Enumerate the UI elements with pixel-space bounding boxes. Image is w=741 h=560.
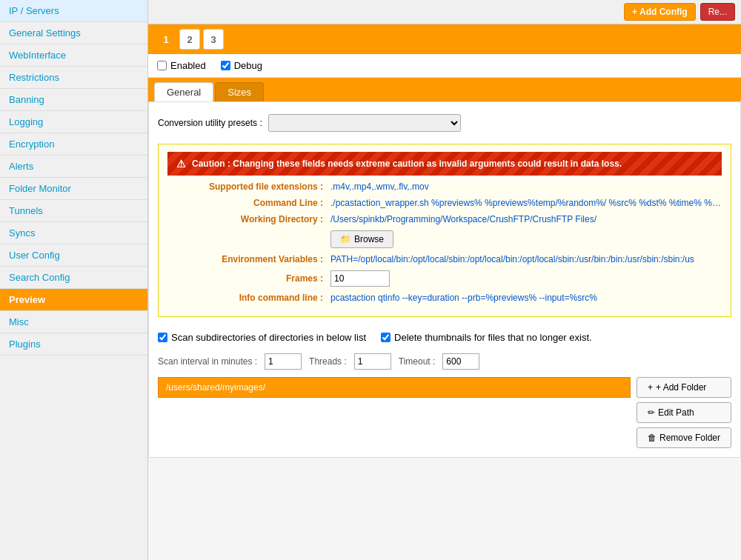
trash-icon: 🗑 bbox=[648, 433, 657, 443]
frames-row: Frames : bbox=[167, 270, 722, 287]
tab-sizes[interactable]: Sizes bbox=[215, 82, 264, 101]
info-cmd-value: pcastaction qtinfo --key=duration --prb=… bbox=[330, 293, 722, 303]
info-cmd-row: Info command line : pcastaction qtinfo -… bbox=[167, 293, 722, 303]
sidebar-item-syncs[interactable]: Syncs bbox=[0, 222, 147, 244]
preset-row: Conversion utility presets : bbox=[158, 111, 731, 135]
sidebar-item-encryption[interactable]: Encryption bbox=[0, 133, 147, 156]
folder-buttons: + + Add Folder ✏ Edit Path 🗑 Remove Fold… bbox=[637, 377, 731, 448]
sidebar-item-plugins[interactable]: Plugins bbox=[0, 333, 147, 356]
command-line-row: Command Line : ./pcastaction_wrapper.sh … bbox=[167, 198, 722, 208]
remove-button[interactable]: Re... bbox=[700, 3, 735, 21]
sidebar-item-misc[interactable]: Misc bbox=[0, 311, 147, 333]
sidebar-item-folder-monitor[interactable]: Folder Monitor bbox=[0, 178, 147, 200]
env-vars-value: PATH=/opt/local/bin:/opt/local/sbin:/opt… bbox=[330, 254, 722, 264]
tab-general[interactable]: General bbox=[154, 82, 213, 101]
sidebar-item-alerts[interactable]: Alerts bbox=[0, 156, 147, 178]
tab-1[interactable]: 1 bbox=[156, 29, 176, 50]
plus-icon: + bbox=[648, 382, 653, 393]
edit-path-button[interactable]: ✏ Edit Path bbox=[637, 402, 731, 423]
sidebar-item-tunnels[interactable]: Tunnels bbox=[0, 200, 147, 222]
delete-thumbs-checkbox[interactable] bbox=[381, 333, 391, 342]
frames-label: Frames : bbox=[167, 273, 330, 284]
top-bar: + Add Config Re... bbox=[148, 0, 741, 24]
frames-input[interactable] bbox=[330, 270, 390, 287]
warning-icon: ⚠ bbox=[176, 158, 186, 170]
content-tab-bar: General Sizes bbox=[148, 78, 741, 101]
scan-input-row: Scan interval in minutes : Threads : Tim… bbox=[158, 349, 731, 377]
delete-thumbs-label[interactable]: Delete thumbnails for files that no long… bbox=[381, 332, 592, 343]
extensions-value: .m4v,.mp4,.wmv,.flv,.mov bbox=[330, 181, 722, 192]
sidebar-item-banning[interactable]: Banning bbox=[0, 89, 147, 111]
preset-label: Conversion utility presets : bbox=[158, 118, 262, 128]
enabled-checkbox-label[interactable]: Enabled bbox=[157, 60, 206, 71]
edit-icon: ✏ bbox=[648, 407, 655, 418]
env-vars-label: Environment Variables : bbox=[167, 254, 330, 264]
enabled-debug-row: Enabled Debug bbox=[148, 54, 741, 78]
add-config-button[interactable]: + Add Config bbox=[624, 3, 696, 21]
scan-interval-label: Scan interval in minutes : bbox=[158, 356, 257, 367]
scan-subdirs-checkbox[interactable] bbox=[158, 333, 167, 342]
tab-3[interactable]: 3 bbox=[203, 29, 224, 50]
sidebar-item-user-config[interactable]: User Config bbox=[0, 244, 147, 267]
delete-label: Delete thumbnails for files that no long… bbox=[394, 332, 592, 343]
remove-folder-button[interactable]: 🗑 Remove Folder bbox=[637, 427, 731, 448]
folder-icon: 📁 bbox=[340, 234, 351, 244]
folder-row: /users/shared/myimages/ + + Add Folder ✏… bbox=[158, 377, 731, 448]
env-vars-row: Environment Variables : PATH=/opt/local/… bbox=[167, 254, 722, 264]
debug-label: Debug bbox=[234, 60, 262, 71]
sidebar-item-ip-servers[interactable]: IP / Servers bbox=[0, 0, 147, 22]
browse-button[interactable]: 📁 Browse bbox=[330, 230, 393, 248]
threads-input[interactable] bbox=[354, 353, 391, 370]
sidebar-item-restrictions[interactable]: Restrictions bbox=[0, 67, 147, 89]
sidebar-item-webinterface[interactable]: WebInterface bbox=[0, 44, 147, 67]
caution-text: Caution : Changing these fields needs ex… bbox=[192, 159, 622, 169]
preset-select[interactable] bbox=[268, 114, 461, 132]
sidebar-item-general-settings[interactable]: General Settings bbox=[0, 22, 147, 44]
folder-list: /users/shared/myimages/ bbox=[158, 377, 631, 448]
working-dir-row: Working Directory : /Users/spinkb/Progra… bbox=[167, 214, 722, 224]
timeout-input[interactable] bbox=[442, 353, 479, 370]
tab-number-bar: 1 2 3 bbox=[148, 24, 741, 54]
folder-item[interactable]: /users/shared/myimages/ bbox=[158, 377, 631, 398]
content-area: Conversion utility presets : ⚠ Caution :… bbox=[148, 101, 741, 458]
scan-interval-input[interactable] bbox=[265, 353, 302, 370]
scan-subdirs-label[interactable]: Scan subdirectories of directories in be… bbox=[158, 332, 366, 343]
scan-row: Scan subdirectories of directories in be… bbox=[158, 326, 731, 349]
extensions-label: Supported file extensions : bbox=[167, 181, 330, 192]
debug-checkbox-label[interactable]: Debug bbox=[221, 60, 262, 71]
timeout-label: Timeout : bbox=[399, 356, 436, 367]
info-cmd-label: Info command line : bbox=[167, 293, 330, 303]
sidebar-item-preview[interactable]: Preview bbox=[0, 289, 147, 311]
tab-2[interactable]: 2 bbox=[179, 29, 200, 50]
working-dir-label: Working Directory : bbox=[167, 214, 330, 224]
enabled-label: Enabled bbox=[170, 60, 206, 71]
browse-row: 📁 Browse bbox=[167, 230, 722, 248]
debug-checkbox[interactable] bbox=[221, 61, 230, 70]
sidebar-item-search-config[interactable]: Search Config bbox=[0, 267, 147, 289]
extensions-row: Supported file extensions : .m4v,.mp4,.w… bbox=[167, 181, 722, 192]
detail-box: ⚠ Caution : Changing these fields needs … bbox=[158, 144, 731, 317]
command-line-label: Command Line : bbox=[167, 198, 330, 208]
add-folder-button[interactable]: + + Add Folder bbox=[637, 377, 731, 398]
sidebar-item-logging[interactable]: Logging bbox=[0, 111, 147, 133]
scan-label: Scan subdirectories of directories in be… bbox=[171, 332, 366, 343]
threads-label: Threads : bbox=[309, 356, 347, 367]
working-dir-value: /Users/spinkb/Programming/Workspace/Crus… bbox=[330, 214, 722, 224]
command-line-value: ./pcastaction_wrapper.sh %previews% %pre… bbox=[330, 198, 722, 208]
main-content: + Add Config Re... 1 2 3 Enabled Debug G… bbox=[148, 0, 741, 560]
enabled-checkbox[interactable] bbox=[157, 61, 167, 70]
caution-box: ⚠ Caution : Changing these fields needs … bbox=[167, 152, 722, 176]
sidebar: IP / Servers General Settings WebInterfa… bbox=[0, 0, 148, 560]
